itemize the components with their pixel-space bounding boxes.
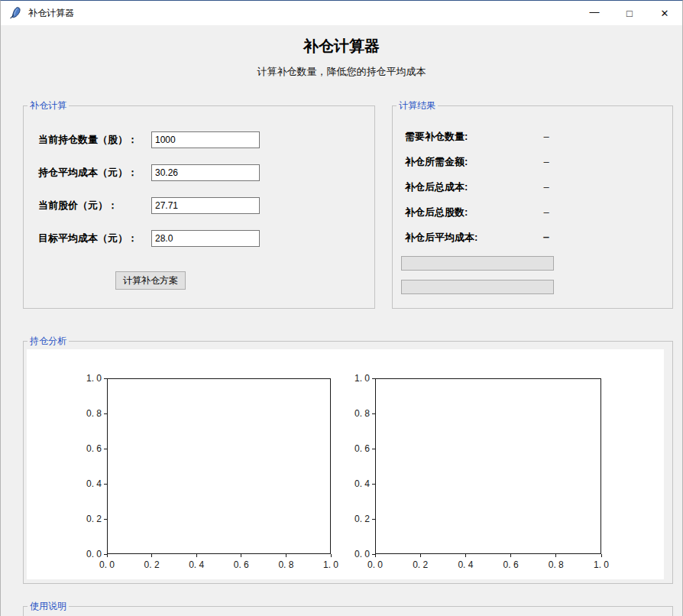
x-tick-mark <box>375 554 376 557</box>
close-icon: ✕ <box>661 8 669 19</box>
y-tick-mark <box>104 554 107 555</box>
total-cost-value: – <box>532 181 560 193</box>
x-tick-mark <box>465 554 466 557</box>
x-tick-mark <box>555 554 556 557</box>
x-tick-mark <box>286 554 286 557</box>
need-amount-label: 补仓所需金额: <box>405 156 468 168</box>
y-tick-mark <box>104 519 107 520</box>
y-tick-label: 0. 8 <box>339 408 370 420</box>
page-title: 补仓计算器 <box>1 36 682 57</box>
target-cost-label: 目标平均成本（元）： <box>38 232 138 245</box>
x-tick-mark <box>241 554 241 557</box>
analysis-group-title: 持仓分析 <box>28 336 69 346</box>
y-tick-label: 0. 0 <box>339 549 370 560</box>
target-cost-input[interactable] <box>151 230 260 247</box>
y-tick-label: 0. 2 <box>71 514 102 525</box>
avg-cost-input[interactable] <box>151 164 260 181</box>
x-tick-label: 0. 2 <box>403 559 437 571</box>
need-amount-value: – <box>532 156 560 168</box>
page-subtitle: 计算补仓数量，降低您的持仓平均成本 <box>1 65 682 79</box>
figure-canvas: 0. 00. 20. 40. 60. 81. 00. 00. 20. 40. 6… <box>27 349 664 579</box>
minimize-icon: — <box>590 6 600 18</box>
x-tick-label: 0. 6 <box>494 559 528 571</box>
usage-group-title: 使用说明 <box>28 601 69 611</box>
y-tick-label: 0. 4 <box>339 478 370 490</box>
x-tick-mark <box>331 554 332 557</box>
analysis-groupbox: 持仓分析 0. 00. 20. 40. 60. 81. 00. 00. 20. … <box>23 341 673 584</box>
result-group-title: 计算结果 <box>397 100 438 111</box>
new-avg-cost-label: 补仓后平均成本: <box>405 232 477 244</box>
x-tick-label: 0. 4 <box>448 559 482 571</box>
x-tick-mark <box>420 554 421 557</box>
y-tick-label: 0. 8 <box>71 408 102 420</box>
x-tick-label: 0. 0 <box>90 559 124 571</box>
avg-cost-label: 持仓平均成本（元）： <box>38 167 138 179</box>
x-tick-label: 0. 6 <box>225 559 258 571</box>
need-shares-value: – <box>532 131 560 143</box>
need-shares-label: 需要补仓数量: <box>405 131 468 143</box>
y-tick-mark <box>372 413 375 414</box>
shares-input[interactable] <box>151 131 260 148</box>
y-tick-label: 0. 2 <box>339 514 370 525</box>
calc-groupbox: 补仓计算 当前持仓数量（股）： 持仓平均成本（元）： 当前股价（元）： 目标平均… <box>23 105 375 309</box>
x-tick-label: 0. 4 <box>180 559 213 571</box>
y-tick-mark <box>104 378 107 379</box>
y-tick-mark <box>104 413 107 414</box>
total-shares-value: – <box>532 206 560 219</box>
y-tick-mark <box>104 484 107 485</box>
x-tick-label: 1. 0 <box>314 559 348 571</box>
y-tick-mark <box>104 449 107 449</box>
result-placeholder-bar-1 <box>401 256 554 271</box>
usage-groupbox: 使用说明 <box>23 606 673 616</box>
current-price-label: 当前股价（元）： <box>38 199 118 212</box>
close-button[interactable]: ✕ <box>647 1 682 25</box>
y-tick-label: 0. 0 <box>71 549 102 560</box>
y-tick-label: 1. 0 <box>71 373 102 384</box>
titlebar: 补仓计算器 — □ ✕ <box>1 1 682 25</box>
x-tick-mark <box>196 554 197 557</box>
plot-axes-right <box>375 378 601 554</box>
x-tick-label: 0. 8 <box>539 559 573 571</box>
y-tick-mark <box>372 378 375 379</box>
result-placeholder-bar-2 <box>401 280 554 294</box>
y-tick-label: 0. 6 <box>71 443 102 455</box>
x-tick-label: 1. 0 <box>584 559 618 571</box>
maximize-icon: □ <box>626 8 633 19</box>
calculate-button[interactable]: 计算补仓方案 <box>115 271 186 290</box>
x-tick-mark <box>601 554 602 557</box>
caption-buttons: — □ ✕ <box>577 1 682 25</box>
minimize-button[interactable]: — <box>577 1 612 25</box>
x-tick-label: 0. 8 <box>269 559 303 571</box>
y-tick-label: 1. 0 <box>339 373 370 384</box>
current-price-input[interactable] <box>151 197 260 214</box>
y-tick-mark <box>372 449 375 449</box>
y-tick-label: 0. 6 <box>339 443 370 455</box>
total-shares-label: 补仓后总股数: <box>405 206 468 219</box>
window-title: 补仓计算器 <box>28 1 74 25</box>
y-tick-mark <box>372 484 375 485</box>
y-tick-mark <box>372 519 375 520</box>
total-cost-label: 补仓后总成本: <box>405 181 468 193</box>
tk-feather-icon <box>9 7 21 19</box>
x-tick-label: 0. 2 <box>135 559 169 571</box>
calc-group-title: 补仓计算 <box>28 100 69 111</box>
plot-axes-left <box>107 378 331 554</box>
x-tick-mark <box>107 554 108 557</box>
x-tick-mark <box>510 554 511 557</box>
x-tick-label: 0. 0 <box>358 559 392 571</box>
app-window: 补仓计算器 — □ ✕ 补仓计算器 计算补仓数量，降低您的持仓平均成本 补仓计算… <box>0 0 683 616</box>
y-tick-label: 0. 4 <box>71 478 102 490</box>
result-groupbox: 计算结果 需要补仓数量: – 补仓所需金额: – 补仓后总成本: – 补仓后总股… <box>392 105 673 309</box>
new-avg-cost-value: – <box>532 231 560 243</box>
shares-label: 当前持仓数量（股）： <box>38 134 138 146</box>
x-tick-mark <box>151 554 152 557</box>
maximize-button[interactable]: □ <box>612 1 647 25</box>
y-tick-mark <box>372 554 375 555</box>
